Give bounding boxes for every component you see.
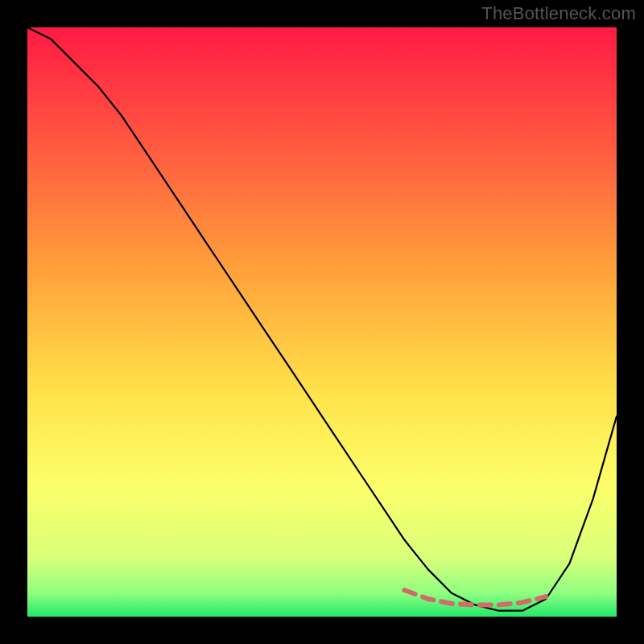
gradient-background — [27, 27, 617, 617]
chart-svg — [27, 27, 617, 617]
chart-area — [27, 27, 617, 617]
watermark-text: TheBottleneck.com — [481, 3, 636, 24]
